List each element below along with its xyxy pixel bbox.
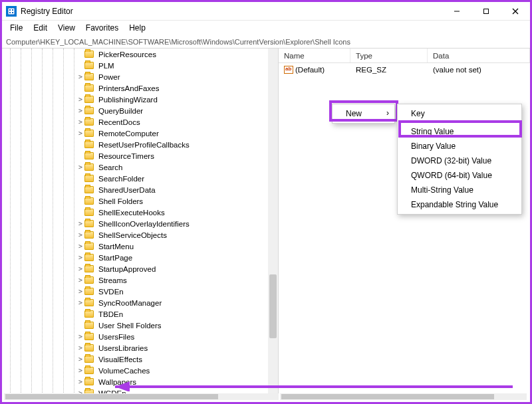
chevron-icon[interactable]: > bbox=[76, 220, 84, 227]
menu-favorites[interactable]: Favorites bbox=[80, 22, 124, 34]
ctx-qword-value[interactable]: QWORD (64-bit) Value bbox=[399, 168, 520, 183]
chevron-icon[interactable]: > bbox=[76, 96, 84, 103]
folder-icon bbox=[84, 299, 94, 306]
tree-item-label: ResourceTimers bbox=[97, 152, 156, 160]
value-row[interactable]: (Default) REG_SZ (value not set) bbox=[279, 63, 530, 76]
chevron-icon[interactable]: > bbox=[76, 276, 84, 284]
tree-item-label: StartMenu bbox=[97, 243, 135, 251]
tree-item[interactable]: >UsersFiles bbox=[2, 331, 278, 342]
tree-item[interactable]: >SyncRootManager bbox=[2, 297, 278, 308]
svg-rect-2 bbox=[12, 9, 13, 11]
tree-item[interactable]: >UsersLibraries bbox=[2, 342, 278, 354]
tree-hscroll-thumb[interactable] bbox=[5, 394, 218, 399]
chevron-icon[interactable]: > bbox=[76, 344, 84, 352]
tree-item[interactable]: >ShellIconOverlayIdentifiers bbox=[2, 218, 278, 229]
tree-item-label: ResetUserProfileCallbacks bbox=[97, 141, 191, 149]
chevron-icon[interactable]: > bbox=[76, 73, 84, 80]
ctx-multistring-value[interactable]: Multi-String Value bbox=[399, 183, 520, 197]
tree-item[interactable]: >QueryBuilder bbox=[2, 105, 278, 116]
tree-item[interactable]: >StartMenu bbox=[2, 241, 278, 252]
chevron-icon[interactable]: > bbox=[76, 367, 84, 374]
tree-item[interactable]: >ShellExecuteHooks bbox=[2, 207, 278, 218]
tree-item[interactable]: >Power bbox=[2, 71, 278, 82]
folder-icon bbox=[84, 141, 94, 148]
tree-item[interactable]: >RecentDocs bbox=[2, 116, 278, 128]
col-header-type[interactable]: Type bbox=[350, 49, 428, 62]
titlebar: Registry Editor bbox=[2, 2, 530, 21]
menu-edit[interactable]: Edit bbox=[28, 22, 53, 34]
tree-item[interactable]: >StartupApproved bbox=[2, 263, 278, 274]
tree-item[interactable]: >Wallpapers bbox=[2, 376, 278, 387]
minimize-button[interactable] bbox=[442, 2, 471, 21]
tree-item[interactable]: >VolumeCaches bbox=[2, 365, 278, 376]
tree-item[interactable]: >VisualEffects bbox=[2, 354, 278, 365]
tree-item[interactable]: >Search bbox=[2, 161, 278, 173]
tree-item[interactable]: >SVDEn bbox=[2, 286, 278, 297]
tree-item[interactable]: >User Shell Folders bbox=[2, 320, 278, 331]
values-pane[interactable]: Name Type Data (Default) REG_SZ (value n… bbox=[279, 49, 530, 395]
tree-item[interactable]: >SearchFolder bbox=[2, 173, 278, 184]
tree-item[interactable]: >SharedUserData bbox=[2, 184, 278, 195]
chevron-icon[interactable]: > bbox=[76, 231, 84, 239]
chevron-icon[interactable]: > bbox=[76, 299, 84, 306]
menu-view[interactable]: View bbox=[53, 22, 80, 34]
chevron-icon[interactable]: > bbox=[76, 163, 84, 171]
ctx-key[interactable]: Key bbox=[399, 106, 520, 121]
tree-item[interactable]: >ResetUserProfileCallbacks bbox=[2, 139, 278, 150]
maximize-button[interactable] bbox=[471, 2, 501, 21]
tree-item-label: VolumeCaches bbox=[97, 367, 151, 375]
chevron-icon[interactable]: > bbox=[76, 355, 84, 363]
chevron-icon[interactable]: > bbox=[76, 118, 84, 126]
window-title: Registry Editor bbox=[21, 7, 442, 16]
tree-item[interactable]: >PrintersAndFaxes bbox=[2, 82, 278, 94]
chevron-icon[interactable]: > bbox=[76, 243, 84, 250]
folder-icon bbox=[84, 175, 94, 182]
tree-scroll-thumb[interactable] bbox=[269, 274, 277, 338]
values-hscroll-thumb[interactable] bbox=[281, 394, 494, 399]
menu-file[interactable]: File bbox=[5, 22, 28, 34]
tree-hscroll[interactable] bbox=[4, 393, 279, 400]
ctx-dword-value[interactable]: DWORD (32-bit) Value bbox=[399, 153, 520, 168]
values-header: Name Type Data bbox=[279, 49, 530, 63]
chevron-icon[interactable]: > bbox=[76, 265, 84, 272]
ctx-string-value[interactable]: String Value bbox=[399, 124, 520, 139]
tree-item[interactable]: >RemoteComputer bbox=[2, 128, 278, 139]
folder-icon bbox=[84, 107, 94, 114]
chevron-icon[interactable]: > bbox=[76, 333, 84, 340]
col-header-data[interactable]: Data bbox=[428, 49, 530, 62]
folder-icon bbox=[84, 197, 94, 205]
tree-item[interactable]: >TBDEn bbox=[2, 308, 278, 320]
values-hscroll[interactable] bbox=[280, 393, 527, 400]
tree-pane[interactable]: >PickerResources>PLM>Power>PrintersAndFa… bbox=[2, 49, 279, 395]
tree-item-label: SearchFolder bbox=[97, 175, 146, 183]
tree-item[interactable]: >Streams bbox=[2, 274, 278, 286]
chevron-icon[interactable]: > bbox=[76, 254, 84, 261]
ctx-binary-value[interactable]: Binary Value bbox=[399, 139, 520, 153]
tree-item[interactable]: >PublishingWizard bbox=[2, 94, 278, 105]
tree-item[interactable]: >StartPage bbox=[2, 252, 278, 263]
tree-item[interactable]: >Shell Folders bbox=[2, 195, 278, 207]
address-bar[interactable]: Computer\HKEY_LOCAL_MACHINE\SOFTWARE\Mic… bbox=[2, 35, 530, 49]
close-button[interactable] bbox=[501, 2, 530, 21]
menu-help[interactable]: Help bbox=[124, 22, 151, 34]
folder-icon bbox=[84, 310, 94, 318]
folder-icon bbox=[84, 344, 94, 352]
chevron-icon[interactable]: > bbox=[76, 288, 84, 295]
folder-icon bbox=[84, 333, 94, 340]
tree-item[interactable]: >PLM bbox=[2, 60, 278, 71]
ctx-expandablestring-value[interactable]: Expandable String Value bbox=[399, 197, 520, 212]
folder-icon bbox=[84, 243, 94, 250]
folder-icon bbox=[84, 50, 94, 58]
tree-item[interactable]: >ResourceTimers bbox=[2, 150, 278, 161]
chevron-icon[interactable]: > bbox=[76, 378, 84, 385]
svg-rect-0 bbox=[8, 8, 15, 15]
chevron-icon[interactable]: > bbox=[76, 130, 84, 137]
tree-item[interactable]: >PickerResources bbox=[2, 49, 278, 60]
col-header-name[interactable]: Name bbox=[279, 49, 350, 62]
tree-scrollbar[interactable] bbox=[268, 49, 278, 395]
chevron-icon[interactable]: > bbox=[76, 107, 84, 114]
tree-item[interactable]: >ShellServiceObjects bbox=[2, 229, 278, 241]
folder-icon bbox=[84, 118, 94, 126]
ctx-new[interactable]: New bbox=[334, 106, 393, 121]
folder-icon bbox=[84, 254, 94, 261]
